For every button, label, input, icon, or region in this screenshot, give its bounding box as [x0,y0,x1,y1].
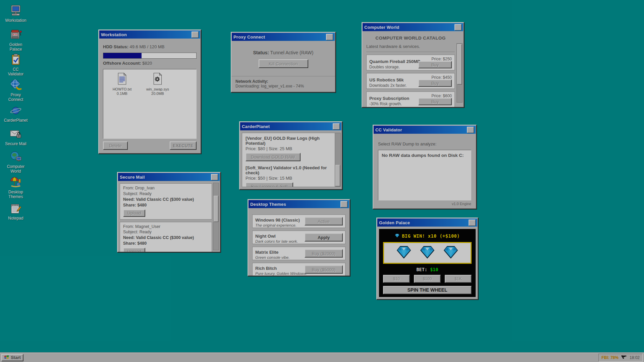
hdd-progress-fill [103,53,142,58]
upload-button[interactable]: Upload [123,248,145,252]
close-icon[interactable] [467,127,474,133]
notepad-pencil-icon [9,202,22,215]
win-banner: BIG WIN! x10 (+$100) [383,233,472,239]
desktop: Workstation Golden Palace CC Validator P… [0,0,644,362]
mail-from: From: Magnet_User [123,224,209,230]
window-computer-world: Computer World COMPUTER WORLD CATALOG La… [362,22,464,108]
close-icon[interactable] [469,220,476,226]
bet-100-button[interactable]: $100 [414,275,441,283]
buy-license-button[interactable]: Buy License & Soft [246,182,293,187]
theme-buy-button[interactable]: Buy ($5000) [305,265,343,274]
theme-item: Rich Bitch Pure luxury. Golden Windows. … [252,263,345,276]
bet-line: BET: $10 [383,267,472,272]
desktop-icon-carderplanet[interactable]: CarderPlanet [5,104,27,123]
file-name: HOWTO.txt [113,87,132,91]
close-icon[interactable] [340,201,347,207]
golden-palace-titlebar[interactable]: Golden Palace [377,219,477,227]
item-meta: Price: $50 | Size: 15 MB [246,176,336,181]
clipboard-check-icon [9,53,22,66]
theme-active-button[interactable]: Active [305,217,343,226]
dump-listbox[interactable]: No RAW data dumps found on Disk C: [378,150,471,200]
proxy-connect-titlebar[interactable]: Proxy Connect [232,33,335,41]
mail-message: From: Magnet_User Subject: Ready Need: V… [120,222,212,252]
close-icon[interactable] [192,32,199,38]
computer-icon [9,4,22,17]
close-icon[interactable] [333,123,340,130]
workstation-titlebar[interactable]: Workstation [99,31,200,39]
desktop-icon-computer-world[interactable]: Computer World [5,150,27,174]
file-howto[interactable]: HOWTO.txt0.1MB [107,73,138,96]
file-size: 0.1MB [117,92,127,96]
delete-button[interactable]: Delete [103,141,128,150]
bet-1k-button[interactable]: $1K [445,275,472,283]
item-meta: Price: $80 | Size: 25 MB [246,146,336,151]
scrollbar-thumb[interactable] [335,165,340,186]
kill-connection-button[interactable]: Kill Connection [259,59,308,68]
desktop-icon-label: Workstation [5,18,26,23]
window-title: Computer World [364,25,399,30]
start-button[interactable]: Start [1,354,23,361]
theme-apply-button[interactable]: Apply [305,233,343,242]
window-secure-mail: Secure Mail From: Drop_Ivan Subject: Rea… [117,172,221,252]
file-size: 20.0MB [151,92,164,96]
item-name: [Vendor_EU] GOLD Raw Logs (High Potentia… [246,136,336,146]
desktop-icon-label: Proxy Connect [5,93,27,102]
envelope-lock-icon [9,127,22,141]
item-price: Price: $250 [431,57,452,61]
casino-panel: BIG WIN! x10 (+$100) BET: $10 $10 $100 $… [379,229,476,297]
upload-button[interactable]: Upload [123,209,145,217]
engine-version-label: v1.0 Engine [378,202,471,206]
close-icon[interactable] [211,174,218,180]
hdd-progressbar [103,53,197,59]
theme-item: Night Owl Dark colors for late work. App… [252,231,345,244]
computer-world-titlebar[interactable]: Computer World [363,23,463,31]
desktop-icon-secure-mail[interactable]: Secure Mail [5,127,27,146]
buy-button[interactable]: Buy [418,98,452,105]
execute-button[interactable]: EXECUTE [170,141,197,150]
theme-item: Matrix Elite Green console vibe. Buy ($2… [252,247,345,260]
scrollbar[interactable] [335,133,341,187]
gem-icon [420,246,434,260]
scrollbar[interactable] [457,43,463,103]
file-win-swap[interactable]: win_swap.sys20.0MB [142,73,173,96]
scrollbar-thumb[interactable] [214,196,218,222]
desktop-icon-golden-palace[interactable]: Golden Palace [5,28,27,52]
network-activity-label: Network Activity: [235,79,331,84]
desktop-icon-label: Secure Mail [5,142,26,146]
theme-item: Windows 98 (Classic) The original experi… [252,215,345,228]
gem-icon [395,233,399,239]
market-item: [Vendor_EU] GOLD Raw Logs (High Potentia… [246,136,336,161]
window-desktop-themes: Desktop Themes Windows 98 (Classic) The … [248,199,350,276]
bet-10-button[interactable]: $10 [383,275,410,283]
win-banner-text: BIG WIN! x10 (+$100) [402,233,460,239]
scrollbar[interactable] [213,183,219,250]
window-title: CC Validator [375,127,402,132]
desktop-icon-desktop-themes[interactable]: Desktop Themes [5,176,27,199]
download-gold-raw-button[interactable]: Download GOLD RAW [246,153,301,161]
taskbar: Start FBI: 78% 18:02 [0,353,644,362]
theme-buy-button[interactable]: Buy ($2000) [305,249,343,258]
desktop-icon-label: CC Validator [5,67,27,77]
market-item: [Soft_Warez] Validator v1.0 (Needed for … [246,165,336,187]
buy-button[interactable]: Buy [418,79,452,87]
mail-message: From: Drop_Ivan Subject: Ready Need: Val… [120,183,212,220]
spin-the-wheel-button[interactable]: SPIN THE WHEEL [383,286,472,295]
desktop-themes-titlebar[interactable]: Desktop Themes [249,200,349,208]
mail-share: Share: $480 [123,202,209,208]
beach-theme-icon [9,176,22,189]
window-title: Golden Palace [379,220,410,225]
desktop-icon-cc-validator[interactable]: CC Validator [5,53,27,77]
buy-button[interactable]: Buy [418,61,452,68]
market-list: [Vendor_EU] GOLD Raw Logs (High Potentia… [242,133,340,187]
carderplanet-titlebar[interactable]: CarderPlanet [240,122,341,130]
close-icon[interactable] [326,34,333,40]
secure-mail-titlebar[interactable]: Secure Mail [118,173,220,181]
desktop-icon-workstation[interactable]: Workstation [5,4,27,23]
desktop-icon-label: CarderPlanet [4,118,28,123]
windows-logo-icon [4,355,9,360]
desktop-icon-notepad[interactable]: Notepad [5,202,27,221]
desktop-icon-proxy-connect[interactable]: Proxy Connect [5,78,27,102]
cc-validator-titlebar[interactable]: CC Validator [374,126,476,134]
scrollbar-thumb[interactable] [457,44,462,84]
close-icon[interactable] [454,24,462,31]
